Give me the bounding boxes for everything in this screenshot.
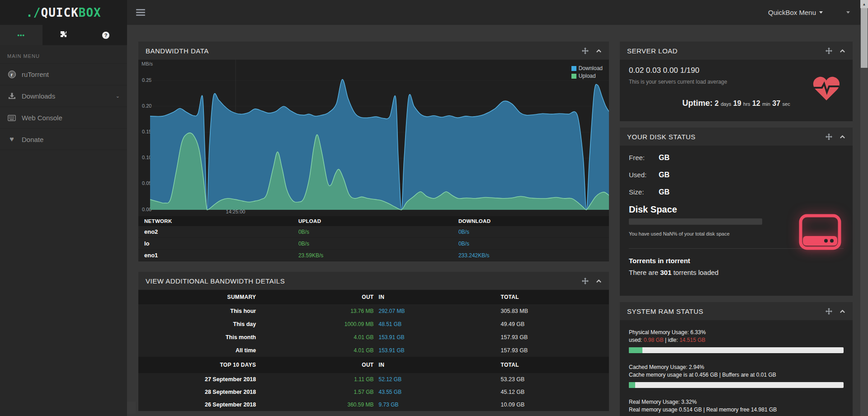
legend-item-upload: Upload (571, 73, 603, 79)
bandwidth-data-panel: BANDWIDTH DATA MB/s 0.25 (138, 42, 609, 261)
table-row: 28 September 2018 1.57 GB 43.55 GB 45.12… (138, 386, 609, 398)
load-average-value: 0.02 0.03 0.00 1/190 (629, 66, 844, 75)
panel-title: BANDWIDTH DATA (146, 47, 209, 55)
collapse-chevron-up-icon[interactable] (840, 309, 845, 313)
ram-status-header: SYSTEM RAM STATUS (620, 302, 853, 320)
collapse-chevron-up-icon[interactable] (840, 49, 845, 53)
panel-title: SERVER LOAD (627, 47, 678, 55)
move-icon[interactable] (582, 278, 589, 284)
main-column: BANDWIDTH DATA MB/s 0.25 (138, 42, 609, 416)
upload-swatch (571, 74, 576, 79)
ram-status-body: Physical Memory Usage: 6.33% used: 0.98 … (620, 320, 853, 416)
sidebar-item-rutorrent[interactable]: r ruTorrent (0, 63, 127, 85)
network-table-header: NETWORK UPLOAD DOWNLOAD (138, 216, 609, 226)
quickbox-dashboard: ./QUICKBOX ••• ? MAIN MENU r ruTorrent (0, 0, 868, 416)
panel-title: SYSTEM RAM STATUS (627, 307, 703, 315)
details-panel-header: VIEW ADDITIONAL BANDWIDTH DETAILS (138, 272, 609, 290)
sidebar-item-label: Downloads (22, 92, 55, 100)
navbar-right: QuickBox Menu (768, 9, 850, 16)
bandwidth-panel-header: BANDWIDTH DATA (138, 42, 609, 60)
sidebar-tabs: ••• ? (0, 25, 127, 45)
scrollbar-up-arrow[interactable]: ▲ (860, 0, 868, 8)
tab-main-menu[interactable]: ••• (0, 25, 42, 45)
content: BANDWIDTH DATA MB/s 0.25 (127, 25, 868, 416)
server-load-body: 0.02 0.03 0.00 1/190 This is your server… (620, 60, 853, 121)
sidebar-item-web-console[interactable]: Web Console (0, 107, 127, 128)
torrents-heading: Torrents in rtorrent (629, 257, 844, 265)
disk-status-panel: YOUR DISK STATUS Free: (620, 128, 853, 296)
quickbox-menu-dropdown[interactable]: QuickBox Menu (768, 9, 823, 16)
chart-legend: Download Upload (571, 65, 603, 80)
logo-suffix: BOX (79, 6, 101, 19)
ellipsis-icon: ••• (18, 32, 25, 38)
real-memory-meter: Real Memory Usage: 3.32% Real memory usa… (629, 399, 844, 416)
secondary-caret-down-icon[interactable] (846, 11, 850, 14)
move-icon[interactable] (826, 133, 832, 140)
sidebar-item-label: ruTorrent (22, 71, 49, 78)
right-column: SERVER LOAD 0.02 0.03 0.00 1/190 T (620, 42, 853, 416)
hamburger-menu-icon[interactable] (136, 9, 145, 16)
panel-title: YOUR DISK STATUS (627, 133, 696, 141)
main-area: QuickBox Menu BANDWIDTH DATA (127, 0, 868, 416)
torrents-count-line: There are 301 torrents loaded (629, 269, 844, 276)
server-load-header: SERVER LOAD (620, 42, 853, 60)
puzzle-icon (60, 31, 67, 39)
top10-header-row: TOP 10 DAYS OUT IN TOTAL (138, 357, 609, 373)
page-scrollbar[interactable]: ▲ (860, 0, 868, 416)
logo-bar: ./QUICKBOX (0, 0, 127, 25)
top-navbar: QuickBox Menu (127, 0, 868, 25)
disk-free-row: Free: GB (629, 153, 844, 163)
table-row: lo 0B/s 0B/s (138, 238, 609, 250)
uptime-label: Uptime: (682, 99, 712, 108)
sidebar-item-label: Web Console (22, 114, 62, 122)
ram-status-panel: SYSTEM RAM STATUS Physical Memo (620, 302, 853, 416)
disk-space-progressbar (629, 218, 762, 225)
quickbox-menu-label: QuickBox Menu (768, 9, 816, 16)
cached-memory-progressbar (629, 382, 844, 388)
load-average-caption: This is your servers current load averag… (629, 79, 844, 85)
move-icon[interactable] (826, 308, 832, 315)
download-swatch (571, 66, 576, 71)
caret-down-icon (819, 11, 823, 14)
physical-memory-progressbar (629, 347, 844, 353)
sidebar-item-downloads[interactable]: Downloads ⌄ (0, 85, 127, 107)
x-axis-tick-label: 14:25:00 (215, 209, 256, 214)
table-row: All time 4.01 GB 153.91 GB 157.93 GB (138, 344, 609, 357)
sidebar-item-donate[interactable]: ♥ Donate (0, 128, 127, 150)
scrollbar-thumb[interactable] (861, 8, 868, 68)
logo-mid: QUICK (41, 6, 79, 19)
hdd-icon (798, 213, 842, 252)
disk-used-row: Used: GB (629, 170, 844, 180)
disk-size-row: Size: GB (629, 187, 844, 197)
legend-item-download: Download (571, 65, 603, 71)
panel-title: VIEW ADDITIONAL BANDWIDTH DETAILS (146, 277, 285, 285)
table-row: This hour 13.76 MB 292.07 MB 305.83 MB (138, 304, 609, 317)
physical-memory-meter: Physical Memory Usage: 6.33% used: 0.98 … (629, 329, 844, 353)
sidebar-scrollbar[interactable] (127, 402, 136, 414)
chevron-down-icon: ⌄ (116, 93, 120, 99)
help-icon: ? (102, 32, 109, 39)
quickbox-logo[interactable]: ./QUICKBOX (26, 6, 101, 19)
collapse-chevron-up-icon[interactable] (596, 49, 602, 53)
move-icon[interactable] (826, 47, 832, 54)
table-row: This month 4.01 GB 153.91 GB 157.93 GB (138, 331, 609, 344)
tab-help[interactable]: ? (85, 25, 127, 45)
main-menu-label: MAIN MENU (0, 45, 127, 63)
table-row: 26 September 2018 360.59 MB 9.73 GB 10.0… (138, 398, 609, 411)
bandwidth-details-panel: VIEW ADDITIONAL BANDWIDTH DETAILS SUMMAR… (138, 272, 609, 411)
collapse-chevron-up-icon[interactable] (596, 279, 602, 283)
cached-memory-meter: Cached Memory Usage: 2.94% Cache memory … (629, 364, 844, 388)
heart-icon: ♥ (7, 135, 16, 143)
rutorrent-icon: r (7, 71, 16, 78)
summary-header-row: SUMMARY OUT IN TOTAL (138, 290, 609, 304)
tab-plugins[interactable] (42, 25, 85, 45)
heartbeat-icon (812, 75, 841, 103)
bandwidth-chart: MB/s 0.25 0.20 0.15 0.10 0.05 0.00 (138, 60, 609, 216)
sidebar: ./QUICKBOX ••• ? MAIN MENU r ruTorrent (0, 0, 127, 416)
move-icon[interactable] (582, 47, 589, 54)
disk-status-header: YOUR DISK STATUS (620, 128, 853, 146)
collapse-chevron-up-icon[interactable] (840, 135, 845, 139)
torrents-count: 301 (660, 269, 671, 276)
table-row: This day 1000.09 MB 48.51 GB 49.49 GB (138, 317, 609, 331)
disk-status-body: Free: GB Used: GB Size: GB Disk Space (620, 146, 853, 296)
